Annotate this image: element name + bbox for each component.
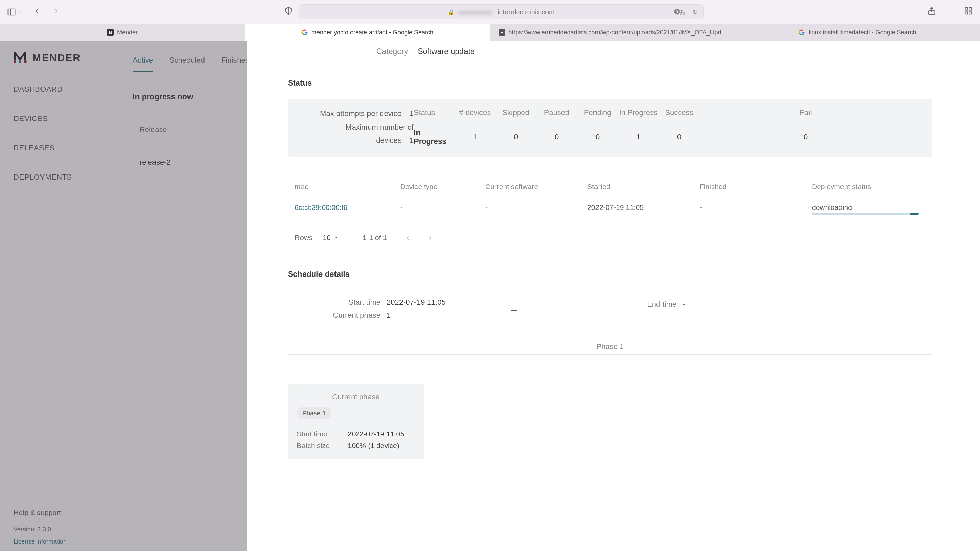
address-bar[interactable]: 🔒 aaaaaaaaa. interelectronix.com 🅐あ ↻ [299,5,704,19]
share-icon[interactable] [927,6,937,18]
favicon-site-icon: E [498,29,505,36]
status-col-label: Status [414,108,455,117]
chevron-down-icon [18,10,22,14]
table-pager: Rows 10 1-1 of 1 ‹ › [288,233,932,243]
new-tab-icon[interactable] [945,6,955,18]
privacy-shield-icon[interactable] [284,6,293,18]
cell-mac[interactable]: 6c:cf:39:00:00:f6 [295,203,400,211]
tab-label: mender yocto create artifact - Google Se… [311,29,434,36]
th-current-software: Current software [485,183,587,191]
status-val-devices: 1 [455,133,495,141]
tab-embedded-artists[interactable]: E https://www.embeddedartists.com/wp-con… [490,24,735,41]
status-col-devices: # devices [455,108,495,117]
arrow-right-icon: → [509,304,519,316]
svg-rect-0 [8,9,15,15]
deployment-detail-panel: Category Software update Status Status #… [247,41,980,551]
th-started: Started [587,183,700,191]
schedule-end-label: End time [628,300,682,309]
favicon-google-icon [301,29,308,36]
status-col-paused: Paused [536,108,577,117]
favicon-bootstrap-icon: B [107,29,114,36]
status-col-fail: Fail [700,108,912,117]
tab-google-search-1[interactable]: mender yocto create artifact - Google Se… [245,24,490,41]
status-val-fail: 0 [700,133,912,141]
cell-current-software: - [485,203,587,211]
nav-forward-button[interactable] [51,6,60,18]
phase-progress-label: Phase 1 [597,342,624,351]
tab-mender[interactable]: B Mender [0,24,245,41]
status-col-pending: Pending [577,108,618,117]
phase-card-start-value: 2022-07-19 11:05 [348,430,404,438]
phase-progress-bar: Phase 1 [288,342,932,355]
svg-rect-9 [969,11,972,14]
schedule-phase-value: 1 [387,311,455,320]
max-devices-label: Maximum number of devices [345,123,414,145]
status-val-skipped: 0 [495,133,536,141]
tab-overview-icon[interactable] [964,6,973,18]
rows-per-page-select[interactable]: 10 [323,233,339,242]
schedule-phase-label: Current phase [318,311,387,320]
phase-card-batch-label: Batch size [297,441,341,449]
th-finished: Finished [700,183,812,191]
svg-rect-7 [969,8,972,10]
tab-google-search-2[interactable]: linux install timedatectl - Google Searc… [735,24,980,41]
status-val-paused: 0 [536,133,577,141]
dropdown-arrow-icon [334,235,339,240]
status-val-pending: 0 [577,133,618,141]
status-col-skipped: Skipped [495,108,536,117]
status-summary-box: Status # devices Skipped Paused Pending … [288,98,932,157]
cell-deployment-status: downloading [812,203,932,211]
page-prev-button[interactable]: ‹ [407,233,409,243]
rows-label: Rows [295,233,313,242]
reload-icon[interactable]: ↻ [692,8,698,16]
download-progress-bar [812,213,919,214]
tab-strip: B Mender mender yocto create artifact - … [0,24,980,41]
svg-rect-8 [966,11,968,14]
current-phase-card: Current phase Phase 1 Start time 2022-07… [288,384,424,459]
phase-chip: Phase 1 [297,408,331,419]
tab-label: https://www.embeddedartists.com/wp-conte… [509,29,727,36]
schedule-start-value: 2022-07-19 11:05 [387,298,455,307]
category-value: Software update [417,47,475,56]
status-section-title: Status [288,79,932,88]
schedule-end-value: - [682,300,703,309]
table-row[interactable]: 6c:cf:39:00:00:f6 - - 2022-07-19 11:05 -… [288,197,932,218]
cell-device-type: - [400,203,485,211]
url-text: interelectronix.com [498,8,555,16]
translate-icon[interactable]: 🅐あ [674,8,684,16]
th-mac: mac [295,183,400,191]
svg-rect-6 [966,8,968,10]
lock-icon: 🔒 [448,9,455,15]
max-devices-value: 1 [410,136,414,144]
th-device-type: Device type [400,183,485,191]
schedule-section-title: Schedule details [288,270,932,279]
max-attempts-label: Max attempts per device [320,109,401,118]
device-table: mac Device type Current software Started… [288,176,932,218]
status-val-success: 0 [659,133,700,141]
cell-started: 2022-07-19 11:05 [587,203,700,211]
phase-card-title: Current phase [297,392,415,401]
th-deployment-status: Deployment status [812,183,932,191]
page-next-button[interactable]: › [429,233,432,243]
favicon-google-icon [798,29,805,36]
nav-back-button[interactable] [33,6,42,18]
page-range: 1-1 of 1 [363,233,387,242]
tab-label: linux install timedatectl - Google Searc… [808,29,916,36]
phase-card-start-label: Start time [297,430,341,438]
status-col-inprogress: In Progress [618,108,659,117]
category-label: Category [376,47,408,56]
cell-finished: - [700,203,812,211]
tab-label: Mender [117,29,138,36]
status-col-success: Success [659,108,700,117]
browser-toolbar: 🔒 aaaaaaaaa. interelectronix.com 🅐あ ↻ [0,0,980,24]
status-value: In Progress [414,128,455,146]
schedule-start-label: Start time [318,298,387,307]
phase-card-batch-value: 100% (1 device) [348,441,399,449]
status-val-inprogress: 1 [618,133,659,141]
max-attempts-value: 1 [410,109,414,118]
window-sidebar-toggle[interactable] [7,7,22,17]
